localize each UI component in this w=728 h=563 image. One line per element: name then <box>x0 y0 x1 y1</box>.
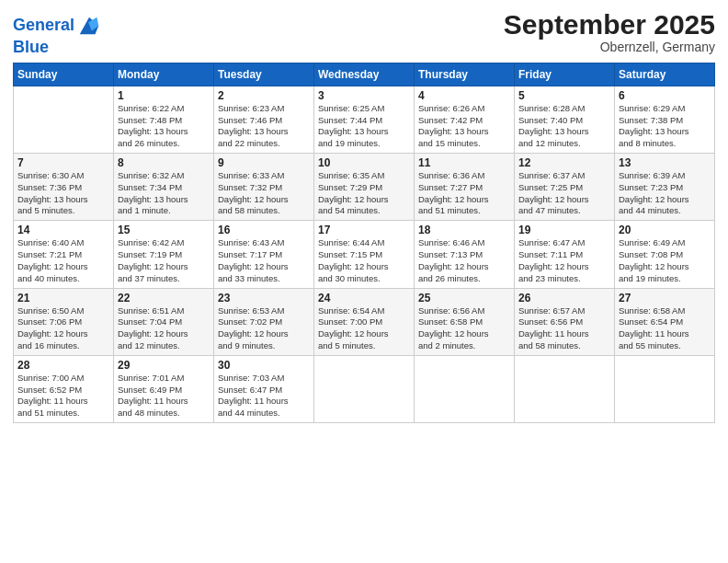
calendar-cell: 15Sunrise: 6:42 AMSunset: 7:19 PMDayligh… <box>114 221 214 288</box>
day-info: Sunrise: 6:54 AMSunset: 7:00 PMDaylight:… <box>318 305 410 352</box>
day-number: 13 <box>619 156 711 169</box>
day-info: Sunrise: 6:29 AMSunset: 7:38 PMDaylight:… <box>619 103 711 150</box>
day-number: 8 <box>118 156 210 169</box>
day-info: Sunrise: 6:51 AMSunset: 7:04 PMDaylight:… <box>118 305 210 352</box>
calendar-cell <box>615 355 715 422</box>
day-number: 20 <box>619 224 711 236</box>
day-info: Sunrise: 6:58 AMSunset: 6:54 PMDaylight:… <box>619 305 711 352</box>
day-number: 16 <box>218 224 310 236</box>
calendar-cell: 5Sunrise: 6:28 AMSunset: 7:40 PMDaylight… <box>515 86 615 153</box>
calendar-cell: 14Sunrise: 6:40 AMSunset: 7:21 PMDayligh… <box>14 221 114 288</box>
page: General Blue September 2025 Obernzell, G… <box>0 0 728 563</box>
calendar-cell: 6Sunrise: 6:29 AMSunset: 7:38 PMDaylight… <box>615 86 715 153</box>
weekday-header: Saturday <box>615 63 715 86</box>
calendar-cell <box>14 86 114 153</box>
day-info: Sunrise: 6:56 AMSunset: 6:58 PMDaylight:… <box>418 305 510 352</box>
calendar-week-row: 14Sunrise: 6:40 AMSunset: 7:21 PMDayligh… <box>14 221 715 288</box>
day-info: Sunrise: 7:03 AMSunset: 6:47 PMDaylight:… <box>218 373 310 419</box>
calendar-cell: 23Sunrise: 6:53 AMSunset: 7:02 PMDayligh… <box>214 288 314 355</box>
day-number: 26 <box>518 292 610 304</box>
calendar-cell: 19Sunrise: 6:47 AMSunset: 7:11 PMDayligh… <box>515 221 615 288</box>
day-info: Sunrise: 6:23 AMSunset: 7:46 PMDaylight:… <box>218 103 310 150</box>
calendar-cell: 3Sunrise: 6:25 AMSunset: 7:44 PMDaylight… <box>314 86 415 153</box>
day-info: Sunrise: 6:36 AMSunset: 7:27 PMDaylight:… <box>418 170 510 217</box>
day-info: Sunrise: 6:22 AMSunset: 7:48 PMDaylight:… <box>118 103 210 150</box>
day-number: 1 <box>118 89 210 102</box>
day-number: 22 <box>118 292 210 304</box>
calendar-cell: 2Sunrise: 6:23 AMSunset: 7:46 PMDaylight… <box>214 86 314 153</box>
weekday-header: Monday <box>114 63 214 86</box>
logo-text2: Blue <box>13 39 102 57</box>
weekday-header: Friday <box>515 63 615 86</box>
logo-text: General <box>13 17 74 35</box>
day-number: 21 <box>17 292 109 304</box>
weekday-header: Wednesday <box>314 63 415 86</box>
day-number: 27 <box>619 292 711 304</box>
calendar-week-row: 21Sunrise: 6:50 AMSunset: 7:06 PMDayligh… <box>14 288 715 355</box>
day-number: 4 <box>418 89 510 102</box>
weekday-header: Thursday <box>415 63 515 86</box>
calendar-cell: 26Sunrise: 6:57 AMSunset: 6:56 PMDayligh… <box>515 288 615 355</box>
day-number: 30 <box>218 359 310 372</box>
calendar-cell: 10Sunrise: 6:35 AMSunset: 7:29 PMDayligh… <box>314 154 415 221</box>
calendar-cell: 7Sunrise: 6:30 AMSunset: 7:36 PMDaylight… <box>14 154 114 221</box>
calendar-cell: 4Sunrise: 6:26 AMSunset: 7:42 PMDaylight… <box>415 86 515 153</box>
day-info: Sunrise: 6:33 AMSunset: 7:32 PMDaylight:… <box>218 170 310 217</box>
calendar-cell: 9Sunrise: 6:33 AMSunset: 7:32 PMDaylight… <box>214 154 314 221</box>
day-info: Sunrise: 6:50 AMSunset: 7:06 PMDaylight:… <box>17 305 109 352</box>
day-info: Sunrise: 6:47 AMSunset: 7:11 PMDaylight:… <box>518 237 610 284</box>
day-number: 23 <box>218 292 310 304</box>
calendar-week-row: 7Sunrise: 6:30 AMSunset: 7:36 PMDaylight… <box>14 154 715 221</box>
day-number: 11 <box>418 156 510 169</box>
calendar-cell: 22Sunrise: 6:51 AMSunset: 7:04 PMDayligh… <box>114 288 214 355</box>
calendar-cell: 8Sunrise: 6:32 AMSunset: 7:34 PMDaylight… <box>114 154 214 221</box>
calendar-cell: 1Sunrise: 6:22 AMSunset: 7:48 PMDaylight… <box>114 86 214 153</box>
day-info: Sunrise: 6:35 AMSunset: 7:29 PMDaylight:… <box>318 170 410 217</box>
day-info: Sunrise: 6:44 AMSunset: 7:15 PMDaylight:… <box>318 237 410 284</box>
day-number: 2 <box>218 89 310 102</box>
day-number: 3 <box>318 89 410 102</box>
day-info: Sunrise: 6:30 AMSunset: 7:36 PMDaylight:… <box>17 170 109 217</box>
calendar-cell: 27Sunrise: 6:58 AMSunset: 6:54 PMDayligh… <box>615 288 715 355</box>
day-number: 17 <box>318 224 410 236</box>
weekday-header: Sunday <box>14 63 114 86</box>
day-info: Sunrise: 6:46 AMSunset: 7:13 PMDaylight:… <box>418 237 510 284</box>
calendar-cell: 17Sunrise: 6:44 AMSunset: 7:15 PMDayligh… <box>314 221 415 288</box>
day-number: 28 <box>17 359 109 372</box>
day-number: 14 <box>17 224 109 236</box>
day-info: Sunrise: 6:43 AMSunset: 7:17 PMDaylight:… <box>218 237 310 284</box>
day-info: Sunrise: 6:57 AMSunset: 6:56 PMDaylight:… <box>518 305 610 352</box>
day-number: 15 <box>118 224 210 236</box>
day-number: 12 <box>518 156 610 169</box>
day-number: 5 <box>518 89 610 102</box>
calendar-header-row: SundayMondayTuesdayWednesdayThursdayFrid… <box>14 63 715 86</box>
day-info: Sunrise: 7:00 AMSunset: 6:52 PMDaylight:… <box>17 373 109 419</box>
day-info: Sunrise: 7:01 AMSunset: 6:49 PMDaylight:… <box>118 373 210 419</box>
calendar-cell <box>515 355 615 422</box>
day-info: Sunrise: 6:39 AMSunset: 7:23 PMDaylight:… <box>619 170 711 217</box>
day-info: Sunrise: 6:42 AMSunset: 7:19 PMDaylight:… <box>118 237 210 284</box>
calendar-week-row: 28Sunrise: 7:00 AMSunset: 6:52 PMDayligh… <box>14 355 715 422</box>
day-number: 6 <box>619 89 711 102</box>
day-number: 19 <box>518 224 610 236</box>
calendar-cell: 21Sunrise: 6:50 AMSunset: 7:06 PMDayligh… <box>14 288 114 355</box>
calendar-cell <box>314 355 415 422</box>
title-block: September 2025 Obernzell, Germany <box>504 9 715 54</box>
calendar-cell: 18Sunrise: 6:46 AMSunset: 7:13 PMDayligh… <box>415 221 515 288</box>
calendar-cell: 28Sunrise: 7:00 AMSunset: 6:52 PMDayligh… <box>14 355 114 422</box>
calendar-cell: 20Sunrise: 6:49 AMSunset: 7:08 PMDayligh… <box>615 221 715 288</box>
day-info: Sunrise: 6:25 AMSunset: 7:44 PMDaylight:… <box>318 103 410 150</box>
day-number: 29 <box>118 359 210 372</box>
day-info: Sunrise: 6:37 AMSunset: 7:25 PMDaylight:… <box>518 170 610 217</box>
calendar-week-row: 1Sunrise: 6:22 AMSunset: 7:48 PMDaylight… <box>14 86 715 153</box>
calendar: SundayMondayTuesdayWednesdayThursdayFrid… <box>13 63 715 423</box>
calendar-cell: 29Sunrise: 7:01 AMSunset: 6:49 PMDayligh… <box>114 355 214 422</box>
logo-icon <box>76 13 102 39</box>
day-number: 9 <box>218 156 310 169</box>
weekday-header: Tuesday <box>214 63 314 86</box>
logo: General Blue <box>13 13 102 57</box>
day-info: Sunrise: 6:53 AMSunset: 7:02 PMDaylight:… <box>218 305 310 352</box>
header: General Blue September 2025 Obernzell, G… <box>13 9 715 57</box>
calendar-cell: 24Sunrise: 6:54 AMSunset: 7:00 PMDayligh… <box>314 288 415 355</box>
day-number: 25 <box>418 292 510 304</box>
